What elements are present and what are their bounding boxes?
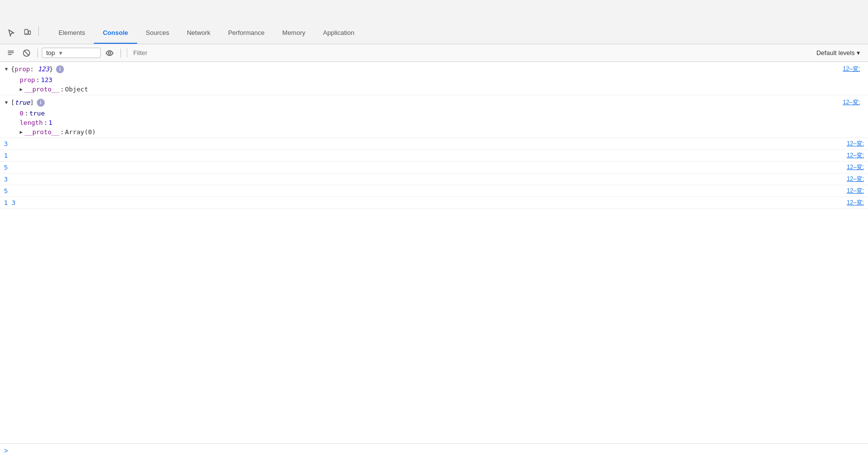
proto-row-2[interactable]: ▶ __proto__ : Array(0) — [16, 127, 868, 137]
expand-proto-icon[interactable]: ▶ — [20, 86, 23, 92]
prompt-arrow-icon: > — [4, 447, 8, 455]
tab-network[interactable]: Network — [178, 22, 219, 44]
console-prompt: > — [0, 443, 868, 458]
toolbar-sep-2 — [120, 49, 121, 58]
console-output: ▼ { prop : 123 } i 12–変: prop : 123 ▶ __… — [0, 62, 868, 443]
tab-bar: Elements Console Sources Network Perform… — [0, 0, 868, 44]
tab-application[interactable]: Application — [314, 22, 363, 44]
log-entry-array: ▼ [ true ] i 12–変: 0 : true length : 1 ▶… — [0, 95, 868, 138]
context-value: top — [46, 49, 55, 57]
expand-proto-array-icon[interactable]: ▶ — [20, 129, 23, 135]
log-entry-object: ▼ { prop : 123 } i 12–変: prop : 123 ▶ __… — [0, 62, 868, 95]
log-source-7[interactable]: 12–変: — [847, 187, 868, 195]
svg-rect-5 — [8, 54, 12, 55]
toolbar-icons — [4, 26, 42, 40]
log-source-8[interactable]: 12–変: — [847, 199, 868, 207]
array-children: 0 : true length : 1 ▶ __proto__ : Array(… — [0, 109, 868, 137]
clear-console-button[interactable] — [4, 47, 18, 59]
levels-label: Default levels — [816, 49, 855, 57]
inspect-element-icon[interactable] — [4, 26, 19, 40]
log-entry-6: 3 12–変: — [0, 173, 868, 185]
context-arrow-icon: ▼ — [58, 50, 63, 56]
log-value-4: 1 — [0, 152, 20, 159]
block-requests-button[interactable] — [20, 47, 33, 59]
log-source-3[interactable]: 12–変: — [847, 140, 868, 148]
svg-rect-4 — [8, 52, 14, 53]
tab-sources[interactable]: Sources — [137, 22, 178, 44]
live-expressions-button[interactable] — [103, 47, 116, 59]
tab-elements[interactable]: Elements — [50, 22, 94, 44]
icon-separator — [38, 26, 39, 36]
collapse-triangle-array-icon[interactable]: ▼ — [4, 100, 9, 105]
filter-container — [127, 48, 810, 58]
array-header[interactable]: ▼ [ true ] i 12–変: — [0, 96, 868, 109]
log-source-6[interactable]: 12–変: — [847, 175, 868, 183]
log-source-4[interactable]: 12–変: — [847, 151, 868, 160]
toggle-device-icon[interactable] — [20, 26, 34, 40]
log-entry-3: 3 12–変: — [0, 138, 868, 150]
filter-input[interactable] — [131, 48, 810, 58]
tab-memory[interactable]: Memory — [273, 22, 314, 44]
index-0-row: 0 : true — [16, 109, 868, 118]
levels-arrow-icon: ▾ — [857, 49, 860, 57]
info-badge-array-icon[interactable]: i — [37, 99, 45, 107]
log-entry-8: 1 3 12–変: — [0, 197, 868, 209]
svg-rect-3 — [8, 51, 14, 52]
object-children: prop : 123 ▶ __proto__ : Object — [0, 75, 868, 94]
proto-row-1[interactable]: ▶ __proto__ : Object — [16, 85, 868, 94]
collapse-triangle-icon[interactable]: ▼ — [4, 66, 9, 72]
context-selector[interactable]: top ▼ — [42, 48, 101, 58]
log-entry-7: 5 12–変: — [0, 185, 868, 197]
svg-rect-1 — [29, 31, 30, 34]
log-source-1[interactable]: 12–変: — [843, 65, 864, 73]
info-badge-icon[interactable]: i — [56, 65, 64, 73]
log-levels-button[interactable]: Default levels ▾ — [812, 48, 864, 58]
svg-line-7 — [25, 51, 29, 55]
console-toolbar: top ▼ Default levels ▾ — [0, 44, 868, 62]
log-source-5[interactable]: 12–変: — [847, 163, 868, 172]
log-value-7: 5 — [0, 187, 20, 195]
main-tab-list: Elements Console Sources Network Perform… — [50, 0, 363, 44]
log-value-3: 3 — [0, 140, 20, 147]
tab-console[interactable]: Console — [94, 22, 137, 44]
toolbar-sep-1 — [37, 49, 38, 58]
log-value-8: 1 3 — [0, 199, 20, 206]
log-value-6: 3 — [0, 175, 20, 183]
log-entry-4: 1 12–変: — [0, 150, 868, 162]
log-value-5: 5 — [0, 164, 20, 171]
log-source-2[interactable]: 12–変: — [843, 98, 864, 107]
object-header[interactable]: ▼ { prop : 123 } i 12–変: — [0, 63, 868, 75]
prop-row: prop : 123 — [16, 75, 868, 85]
log-entry-5: 5 12–変: — [0, 162, 868, 173]
svg-point-8 — [109, 52, 111, 54]
length-row: length : 1 — [16, 118, 868, 127]
console-input[interactable] — [12, 447, 864, 455]
tab-performance[interactable]: Performance — [219, 22, 273, 44]
